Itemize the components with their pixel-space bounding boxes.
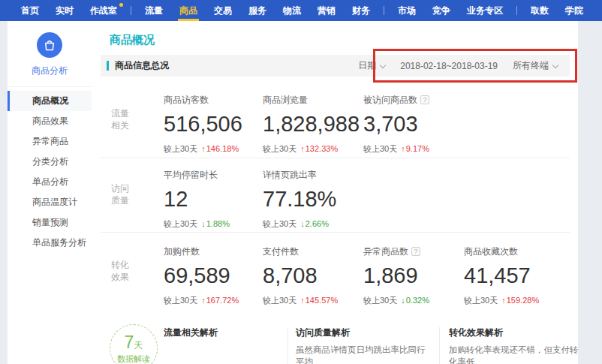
metric-label: 商品收藏次数	[464, 246, 518, 257]
insight-title: 流量相关解析	[164, 326, 299, 339]
compare-label: 较上30天	[363, 144, 397, 153]
sidebar-item-category-analysis[interactable]: 分类分析	[8, 152, 92, 172]
page-title: 商品概况	[110, 33, 155, 47]
metric-value: 41,457	[464, 263, 576, 288]
nav-item-academy[interactable]: 学院	[557, 0, 591, 21]
section-accent-bar	[107, 61, 109, 71]
metric-label: 商品访客数	[164, 95, 209, 105]
insight-visit-quality: 访问质量解析 虽然商品详情页日均跳出率比同行平均 好，但平均停留时间低于同行平均…	[296, 326, 431, 364]
insight-title: 访问质量解析	[296, 326, 431, 339]
seven-day-insight-badge-icon: 7天 数据解读	[110, 324, 158, 364]
row-divider	[101, 158, 570, 158]
sidebar-item-single-product-analysis[interactable]: 单品分析	[8, 172, 92, 192]
compare-label: 较上30天	[164, 296, 197, 305]
badge-caption: 数据解读	[110, 353, 157, 364]
metric-label: 详情页跳出率	[263, 170, 317, 180]
metric-label: 商品浏览量	[263, 95, 308, 105]
nav-item-label: 作战室	[90, 5, 117, 16]
metric-group-label: 转化 效果	[111, 259, 129, 283]
metric-product-favorites: 商品收藏次数 41,457 较上30天159.28%	[464, 245, 576, 306]
product-analysis-icon	[37, 32, 62, 58]
chevron-down-icon	[380, 62, 386, 68]
sidebar-item-product-effect[interactable]: 商品效果	[8, 111, 92, 131]
metric-label: 被访问商品数	[363, 95, 417, 105]
insight-title: 转化效果解析	[449, 326, 584, 339]
metric-detail-bounce-rate: 详情页跳出率 77.18% 较上30天2.66%	[263, 169, 375, 230]
badge-days: 7	[125, 332, 134, 352]
change-up-value: 145.57%	[300, 296, 338, 305]
metric-avg-stay-time: 平均停留时长 12 较上30天1.88%	[164, 169, 276, 230]
compare-label: 较上30天	[164, 219, 197, 228]
metric-group-label: 流量 相关	[111, 107, 129, 131]
nav-divider	[384, 6, 384, 15]
insight-conversion: 转化效果解析 加购转化率表现还不错，但支付转化率低 于同行平均，赶快到异常商品并…	[449, 326, 584, 364]
sidebar-item-product-thermometer[interactable]: 商品温度计	[8, 192, 92, 212]
badge-days-unit: 天	[134, 340, 143, 350]
column-divider	[439, 327, 440, 364]
insights-section: 7天 数据解读 流量相关解析 访问质量解析 虽然商品详情页日均跳出率比同行平均 …	[92, 318, 578, 364]
nav-item-transactions[interactable]: 交易	[206, 0, 240, 21]
compare-label: 较上30天	[263, 219, 296, 228]
section-header-bar: 商品信息总况 日期 2018-02-18~2018-03-19 所有终端	[101, 55, 570, 77]
change-up-value: 9.17%	[401, 144, 429, 153]
metric-group-label: 访问 质量	[111, 182, 129, 206]
nav-item-finance[interactable]: 财务	[344, 0, 378, 21]
sidebar: 商品分析 商品概况 商品效果 异常商品 分类分析 单品分析 商品温度计 销量预测…	[8, 21, 92, 364]
date-filter-dropdown[interactable]: 日期	[358, 59, 385, 72]
nav-item-home[interactable]: 首页	[13, 0, 47, 21]
nav-item-products[interactable]: 商品	[171, 0, 206, 21]
change-up-value: 146.18%	[201, 144, 239, 153]
nav-item-competition[interactable]: 竞争	[424, 0, 459, 21]
metric-label: 支付件数	[263, 246, 299, 257]
top-nav: 首页 实时 作战室 流量 商品 交易 服务 物流 营销 财务 市场 竞争 业务专…	[0, 0, 602, 21]
change-down-value: 1.88%	[201, 219, 230, 228]
terminal-filter-dropdown[interactable]: 所有终端	[513, 59, 558, 72]
nav-item-logistics[interactable]: 物流	[275, 0, 309, 21]
sidebar-item-product-overview[interactable]: 商品概况	[8, 91, 92, 111]
change-down-value: 0.32%	[401, 296, 429, 305]
compare-label: 较上30天	[164, 144, 197, 153]
nav-item-business-zone[interactable]: 业务专区	[459, 0, 511, 21]
metric-abnormal-products: 异常商品数? 1,869 较上30天0.32%	[363, 245, 476, 306]
metric-value: 69,589	[164, 263, 276, 288]
metric-value: 8,708	[263, 263, 375, 288]
notification-dot-icon	[119, 3, 123, 7]
metric-label: 异常商品数	[363, 246, 408, 257]
metric-cart-adds: 加购件数 69,589 较上30天167.72%	[164, 245, 276, 306]
help-icon[interactable]: ?	[420, 95, 429, 104]
filter-controls: 日期 2018-02-18~2018-03-19 所有终端	[358, 59, 570, 72]
metric-label: 加购件数	[164, 246, 200, 257]
metric-product-visitors: 商品访客数 516,506 较上30天146.18%	[164, 94, 276, 155]
section-title: 商品信息总况	[115, 59, 169, 72]
compare-label: 较上30天	[363, 296, 397, 305]
sidebar-item-sales-forecast[interactable]: 销量预测	[8, 212, 92, 233]
help-icon[interactable]: ?	[411, 247, 420, 256]
metric-product-pageviews: 商品浏览量 1,828,988 较上30天132.33%	[263, 94, 375, 155]
nav-divider	[516, 6, 517, 15]
chevron-down-icon	[552, 62, 558, 68]
sidebar-item-single-product-service[interactable]: 单品服务分析	[8, 233, 92, 253]
metric-value: 1,869	[363, 263, 476, 288]
nav-item-market[interactable]: 市场	[390, 0, 424, 21]
change-up-value: 132.33%	[300, 144, 338, 153]
row-divider	[101, 232, 570, 233]
nav-item-traffic[interactable]: 流量	[137, 0, 171, 21]
nav-item-service[interactable]: 服务	[240, 0, 275, 21]
change-down-value: 2.66%	[300, 219, 329, 228]
main-content: 商品概况 商品信息总况 日期 2018-02-18~2018-03-19 所有终…	[92, 21, 578, 364]
metric-value: 12	[164, 187, 276, 212]
date-range-value[interactable]: 2018-02-18~2018-03-19	[400, 61, 498, 71]
nav-item-marketing[interactable]: 营销	[309, 0, 344, 21]
sidebar-item-abnormal-products[interactable]: 异常商品	[8, 131, 92, 152]
nav-item-war-room[interactable]: 作战室	[82, 0, 125, 21]
change-up-value: 167.72%	[201, 296, 239, 305]
metric-value: 77.18%	[263, 187, 375, 212]
nav-item-realtime[interactable]: 实时	[47, 0, 82, 21]
nav-item-data-extract[interactable]: 取数	[522, 0, 557, 21]
metric-visited-products: 被访问商品数? 3,703 较上30天9.17%	[363, 94, 476, 155]
compare-label: 较上30天	[263, 296, 296, 305]
sidebar-header: 商品分析	[8, 21, 92, 87]
insight-text-line: 加购转化率表现还不错，但支付转化率低	[449, 344, 584, 364]
metric-value: 516,506	[164, 112, 276, 137]
metric-label: 平均停留时长	[164, 170, 218, 180]
